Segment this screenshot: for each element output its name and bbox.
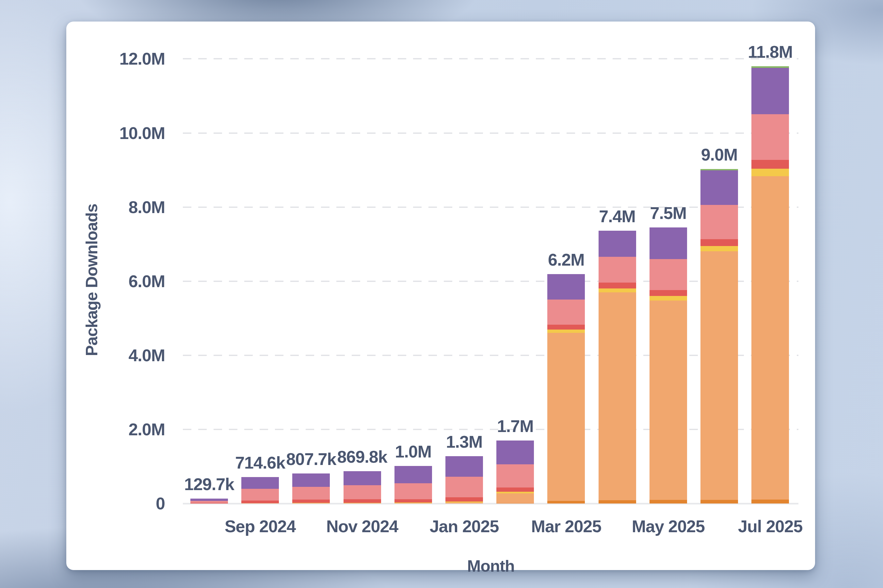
bar-mar-2025[interactable]: 6.2M — [547, 274, 585, 504]
bar-feb-2025-segment-pink[interactable] — [496, 464, 534, 488]
y-tick-label-8-0m: 8.0M — [66, 199, 165, 216]
bar-jun-2025-segment-orange[interactable] — [701, 251, 738, 500]
x-tick-label-sep-2024: Sep 2024 — [225, 518, 296, 535]
bar-apr-2025-segment-yellow[interactable] — [599, 288, 636, 292]
bar-oct-2024-segment-purple[interactable] — [292, 474, 330, 487]
bar-jun-2025-segment-purple[interactable] — [701, 170, 738, 205]
bar-oct-2024-segment-red[interactable] — [292, 500, 330, 503]
bar-value-label-sep-2024: 714.6k — [235, 454, 285, 471]
bar-feb-2025-segment-dark-orange[interactable] — [496, 503, 534, 504]
bar-oct-2024[interactable]: 807.7k — [292, 474, 330, 504]
bar-value-label-mar-2025: 6.2M — [548, 251, 585, 268]
bar-oct-2024-segment-pink[interactable] — [292, 487, 330, 500]
bar-dec-2024-segment-orange[interactable] — [394, 503, 432, 504]
bar-sep-2024[interactable]: 714.6k — [241, 477, 279, 504]
bar-value-label-jun-2025: 9.0M — [701, 146, 738, 163]
y-tick-label-12-0m: 12.0M — [66, 50, 165, 67]
bar-nov-2024-segment-red[interactable] — [343, 499, 381, 502]
bar-apr-2025-segment-red[interactable] — [599, 283, 636, 288]
bar-dec-2024-segment-pink[interactable] — [394, 483, 432, 500]
y-tick-label-10-0m: 10.0M — [66, 124, 165, 142]
bar-jul-2025-segment-orange[interactable] — [751, 176, 789, 499]
bar-jan-2025-segment-orange[interactable] — [445, 502, 483, 504]
bar-sep-2024-segment-red[interactable] — [241, 501, 279, 503]
bar-may-2025-segment-pink[interactable] — [650, 259, 687, 290]
bar-mar-2025-segment-purple[interactable] — [547, 274, 585, 300]
bar-oct-2024-segment-orange[interactable] — [292, 503, 330, 504]
bar-aug-2024-segment-purple[interactable] — [190, 499, 228, 501]
bar-sep-2024-segment-purple[interactable] — [241, 477, 279, 489]
bar-value-label-oct-2024: 807.7k — [286, 451, 336, 468]
bar-dec-2024[interactable]: 1.0M — [394, 466, 432, 504]
bar-may-2025-segment-orange[interactable] — [650, 300, 687, 500]
bar-value-label-aug-2024: 129.7k — [184, 476, 234, 493]
bar-value-label-dec-2024: 1.0M — [395, 443, 432, 460]
bar-sep-2024-segment-orange[interactable] — [241, 503, 279, 504]
bar-may-2025-segment-red[interactable] — [650, 290, 687, 296]
bar-dec-2024-segment-red[interactable] — [394, 499, 432, 502]
bar-mar-2025-segment-red[interactable] — [547, 325, 585, 330]
y-tick-label-0: 0 — [66, 495, 165, 512]
x-tick-label-jul-2025: Jul 2025 — [738, 518, 802, 535]
bar-mar-2025-segment-dark-orange[interactable] — [547, 501, 585, 504]
bar-mar-2025-segment-pink[interactable] — [547, 300, 585, 324]
plot-area: 02.0M4.0M6.0M8.0M10.0M12.0M129.7k714.6k8… — [66, 21, 815, 570]
bar-dec-2024-segment-yellow[interactable] — [394, 502, 432, 503]
bar-jun-2025-segment-yellow[interactable] — [701, 246, 738, 251]
x-tick-label-mar-2025: Mar 2025 — [531, 518, 602, 535]
bar-jun-2025-segment-green[interactable] — [701, 169, 738, 171]
bar-apr-2025-segment-dark-orange[interactable] — [599, 500, 636, 504]
bar-jul-2025-segment-dark-orange[interactable] — [751, 500, 789, 504]
bar-jan-2025-segment-pink[interactable] — [445, 477, 483, 497]
bar-aug-2024-segment-pink[interactable] — [190, 501, 228, 503]
bar-may-2025[interactable]: 7.5M — [650, 227, 687, 504]
gridline-10-0m — [183, 132, 799, 134]
bar-jun-2025-segment-pink[interactable] — [701, 205, 738, 240]
bar-feb-2025-segment-yellow[interactable] — [496, 492, 534, 494]
bar-nov-2024-segment-yellow[interactable] — [343, 503, 381, 503]
bar-mar-2025-segment-orange[interactable] — [547, 333, 585, 501]
bar-apr-2025[interactable]: 7.4M — [599, 231, 636, 504]
bar-aug-2024-segment-red[interactable] — [190, 503, 228, 504]
bar-value-label-may-2025: 7.5M — [650, 205, 686, 222]
x-tick-label-nov-2024: Nov 2024 — [326, 518, 398, 535]
bar-jan-2025-segment-red[interactable] — [445, 497, 483, 501]
bar-value-label-jan-2025: 1.3M — [446, 434, 483, 450]
bar-value-label-nov-2024: 869.8k — [337, 448, 387, 465]
y-tick-label-4-0m: 4.0M — [66, 347, 165, 364]
bar-feb-2025[interactable]: 1.7M — [496, 441, 534, 504]
gridline-12-0m — [183, 58, 799, 59]
bar-apr-2025-segment-pink[interactable] — [599, 257, 636, 283]
x-tick-label-may-2025: May 2025 — [632, 518, 705, 535]
bar-nov-2024[interactable]: 869.8k — [343, 471, 381, 504]
bar-jan-2025[interactable]: 1.3M — [445, 456, 483, 504]
bar-jan-2025-segment-purple[interactable] — [445, 456, 483, 477]
bar-nov-2024-segment-purple[interactable] — [343, 471, 381, 485]
bar-nov-2024-segment-orange[interactable] — [343, 503, 381, 504]
bar-jul-2025[interactable]: 11.8M — [751, 66, 789, 504]
bar-feb-2025-segment-purple[interactable] — [496, 441, 534, 465]
bar-value-label-jul-2025: 11.8M — [748, 44, 793, 60]
bar-jun-2025[interactable]: 9.0M — [701, 169, 738, 504]
bar-nov-2024-segment-pink[interactable] — [343, 485, 381, 499]
bar-aug-2024[interactable]: 129.7k — [190, 499, 228, 504]
bar-jul-2025-segment-red[interactable] — [751, 160, 789, 168]
bar-jul-2025-segment-yellow[interactable] — [751, 169, 789, 177]
bar-jun-2025-segment-dark-orange[interactable] — [701, 500, 738, 504]
bar-sep-2024-segment-pink[interactable] — [241, 489, 279, 501]
bar-feb-2025-segment-orange[interactable] — [496, 494, 534, 503]
bar-dec-2024-segment-purple[interactable] — [394, 466, 432, 483]
bar-may-2025-segment-yellow[interactable] — [650, 296, 687, 300]
bar-apr-2025-segment-purple[interactable] — [599, 231, 636, 256]
bar-jul-2025-segment-purple[interactable] — [751, 68, 789, 114]
bar-mar-2025-segment-yellow[interactable] — [547, 330, 585, 333]
bar-feb-2025-segment-red[interactable] — [496, 488, 534, 492]
bar-jul-2025-segment-pink[interactable] — [751, 114, 789, 160]
bar-jul-2025-segment-green[interactable] — [751, 66, 789, 68]
bar-may-2025-segment-purple[interactable] — [650, 227, 687, 259]
bar-jan-2025-segment-yellow[interactable] — [445, 501, 483, 502]
bar-jun-2025-segment-red[interactable] — [701, 239, 738, 246]
bar-value-label-feb-2025: 1.7M — [497, 418, 534, 435]
bar-may-2025-segment-dark-orange[interactable] — [650, 500, 687, 504]
bar-apr-2025-segment-orange[interactable] — [599, 292, 636, 500]
